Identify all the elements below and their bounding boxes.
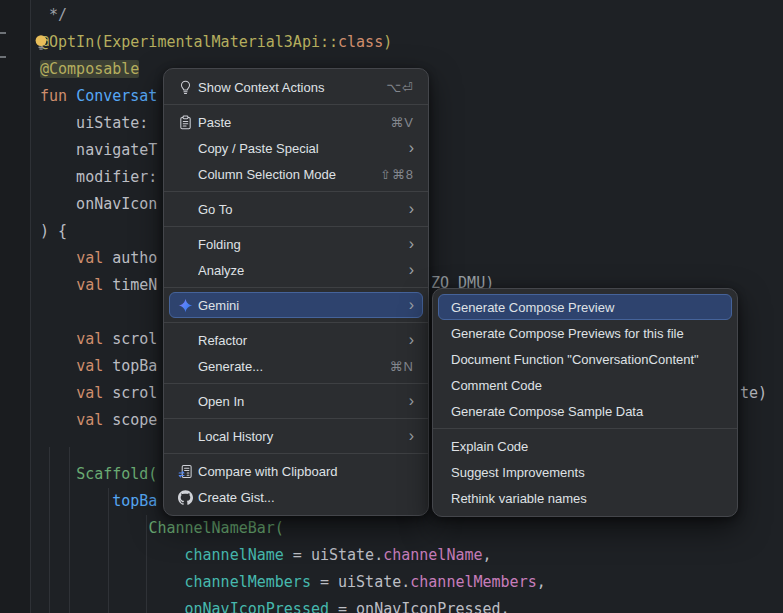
submenu-arrow-icon: › <box>395 140 414 156</box>
empty-icon <box>174 332 196 348</box>
menu-item-label: Compare with Clipboard <box>198 464 414 479</box>
code-token: scope <box>112 411 157 429</box>
menu-item-gemini[interactable]: Gemini› <box>169 292 423 318</box>
code-token: Conversat <box>76 87 157 105</box>
menu-item-create-gist[interactable]: Create Gist... <box>169 484 423 510</box>
menu-item-label: Refactor <box>198 333 395 348</box>
menu-item-refactor[interactable]: Refactor› <box>169 327 423 353</box>
menu-item-open-in[interactable]: Open In› <box>169 388 423 414</box>
empty-icon <box>174 262 196 278</box>
code-token: topBa <box>112 492 157 510</box>
empty-icon <box>174 140 196 156</box>
menu-item-label: Suggest Improvements <box>451 465 723 480</box>
menu-item-suggest-improvements[interactable]: Suggest Improvements <box>438 459 732 485</box>
shortcut-label: ⌘V <box>376 115 414 130</box>
menu-item-paste[interactable]: Paste⌘V <box>169 109 423 135</box>
menu-item-copy-paste-special[interactable]: Copy / Paste Special› <box>169 135 423 161</box>
submenu-arrow-icon: › <box>395 332 414 348</box>
code-token: navigateT <box>40 141 157 159</box>
code-token <box>40 249 76 267</box>
menu-item-label: Gemini <box>198 298 395 313</box>
lightbulb-icon <box>174 79 196 95</box>
code-token: onNavIconPressed <box>185 600 330 613</box>
code-line[interactable]: */ <box>40 2 783 29</box>
menu-item-label: Local History <box>198 429 395 444</box>
menu-item-document-function-conversationcontent[interactable]: Document Function "ConversationContent" <box>438 346 732 372</box>
menu-item-label: Paste <box>198 115 376 130</box>
code-token: timeN <box>112 276 157 294</box>
code-token: channelMembers <box>185 573 311 591</box>
menu-item-label: Generate... <box>198 359 376 374</box>
code-token: val <box>76 276 112 294</box>
menu-item-column-selection-mode[interactable]: Column Selection Mode⇧⌘8 <box>169 161 423 187</box>
code-token <box>40 492 112 510</box>
menu-item-go-to[interactable]: Go To› <box>169 196 423 222</box>
menu-item-comment-code[interactable]: Comment Code <box>438 372 732 398</box>
menu-separator <box>164 191 428 192</box>
menu-item-label: Generate Compose Sample Data <box>451 404 723 419</box>
code-token <box>40 600 185 613</box>
menu-item-generate-compose-previews-for-this-file[interactable]: Generate Compose Previews for this file <box>438 320 732 346</box>
shortcut-label: ⌥⏎ <box>372 80 414 95</box>
empty-icon <box>174 236 196 252</box>
menu-item-generate-compose-preview[interactable]: Generate Compose Preview <box>438 294 732 320</box>
code-token: uiState: <box>40 114 157 132</box>
menu-item-compare-with-clipboard[interactable]: Compare with Clipboard <box>169 458 423 484</box>
code-token: channelMembers <box>410 573 536 591</box>
menu-item-label: Show Context Actions <box>198 80 372 95</box>
menu-item-local-history[interactable]: Local History› <box>169 423 423 449</box>
menu-separator <box>164 104 428 105</box>
menu-item-explain-code[interactable]: Explain Code <box>438 433 732 459</box>
submenu-arrow-icon: › <box>395 201 414 217</box>
clipboard-icon <box>174 114 196 130</box>
code-token: channelName <box>185 546 284 564</box>
code-token: val <box>76 249 112 267</box>
code-fragment[interactable]: te) <box>740 380 767 407</box>
menu-separator <box>164 453 428 454</box>
code-token <box>40 573 185 591</box>
intention-bulb-icon[interactable] <box>33 34 49 50</box>
menu-item-show-context-actions[interactable]: Show Context Actions⌥⏎ <box>169 74 423 100</box>
menu-item-label: Go To <box>198 202 395 217</box>
code-token: */ <box>40 6 67 24</box>
code-token: Scaffold( <box>76 465 157 483</box>
code-token: modifier: <box>40 168 166 186</box>
code-token: ChannelNameBar( <box>148 519 283 537</box>
menu-separator <box>164 383 428 384</box>
code-token: topBa <box>112 357 157 375</box>
menu-item-label: Copy / Paste Special <box>198 141 395 156</box>
github-icon <box>174 489 196 505</box>
code-token <box>40 465 76 483</box>
empty-icon <box>174 166 196 182</box>
menu-item-folding[interactable]: Folding› <box>169 231 423 257</box>
code-line[interactable]: channelMembers = uiState.channelMembers, <box>40 569 783 596</box>
editor-gutter[interactable] <box>0 0 31 613</box>
menu-item-analyze[interactable]: Analyze› <box>169 257 423 283</box>
code-line[interactable]: channelName = uiState.channelName, <box>40 542 783 569</box>
code-token: , <box>483 546 492 564</box>
code-line[interactable]: ChannelNameBar( <box>40 515 783 542</box>
code-token: val <box>76 330 112 348</box>
empty-icon <box>174 428 196 444</box>
code-line[interactable]: onNavIconPressed = onNavIconPressed, <box>40 596 783 613</box>
shortcut-label: ⇧⌘8 <box>366 167 414 182</box>
menu-item-label: Rethink variable names <box>451 491 723 506</box>
menu-separator <box>164 287 428 288</box>
ide-editor-screen: */@OptIn(ExperimentalMaterial3Api::class… <box>0 0 783 613</box>
menu-item-label: Comment Code <box>451 378 723 393</box>
selected-token: @Composable <box>40 60 139 78</box>
menu-item-generate[interactable]: Generate...⌘N <box>169 353 423 379</box>
diff-clipboard-icon <box>174 463 196 479</box>
code-token: ) <box>383 33 392 51</box>
gemini-icon <box>174 297 196 313</box>
code-token: @OptIn(ExperimentalMaterial3Api:: <box>40 33 338 51</box>
menu-item-label: Document Function "ConversationContent" <box>451 352 723 367</box>
menu-separator <box>164 226 428 227</box>
menu-item-generate-compose-sample-data[interactable]: Generate Compose Sample Data <box>438 398 732 424</box>
code-line[interactable]: @OptIn(ExperimentalMaterial3Api::class) <box>40 29 783 56</box>
code-token: = uiState. <box>284 546 383 564</box>
menu-item-label: Explain Code <box>451 439 723 454</box>
menu-item-rethink-variable-names[interactable]: Rethink variable names <box>438 485 732 511</box>
gemini-submenu: Generate Compose PreviewGenerate Compose… <box>432 288 738 517</box>
code-token: val <box>76 411 112 429</box>
